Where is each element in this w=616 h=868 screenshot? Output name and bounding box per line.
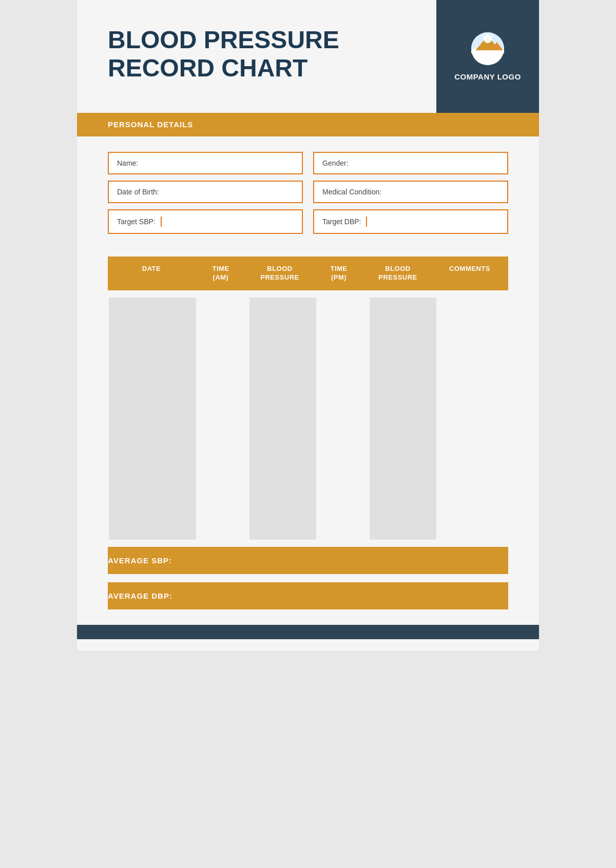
target-dbp-value[interactable] [366, 216, 499, 227]
col-comments [437, 298, 508, 540]
personal-details-section: Name: Gender: Date of Birth: Medical Con… [77, 136, 539, 244]
th-date: DATE [108, 257, 195, 290]
svg-line-6 [483, 35, 484, 36]
header-left: BLOOD PRESSURE RECORD CHART [77, 0, 436, 113]
target-row: Target SBP: Target DBP: [108, 209, 508, 234]
title-line1: BLOOD PRESSURE [108, 26, 339, 53]
col-time-am [197, 298, 248, 540]
form-row-2: Date of Birth: Medical Condition: [108, 181, 508, 203]
col-time-pm [317, 298, 369, 540]
name-field[interactable]: Name: [108, 152, 303, 174]
svg-point-4 [484, 35, 492, 43]
target-dbp-label: Target DBP: [322, 218, 361, 226]
col-bp-pm [370, 298, 436, 540]
svg-rect-3 [471, 50, 504, 53]
form-row-1: Name: Gender: [108, 152, 508, 174]
personal-details-banner: PERSONAL DETAILS [77, 113, 539, 136]
dob-field[interactable]: Date of Birth: [108, 181, 303, 203]
table-container: DATE TIME(AM) BLOODPRESSURE TIME(PM) BLO… [77, 257, 539, 547]
company-logo-label: COMPANY LOGO [454, 72, 521, 82]
target-sbp-value[interactable] [161, 216, 294, 227]
medical-condition-field[interactable]: Medical Condition: [313, 181, 508, 203]
target-sbp-field[interactable]: Target SBP: [108, 209, 303, 234]
gender-label: Gender: [322, 159, 349, 167]
logo-container: COMPANY LOGO [454, 31, 521, 82]
average-sbp-label: AVERAGE SBP: [108, 556, 172, 565]
company-logo-icon [465, 31, 511, 67]
th-time-am: TIME(AM) [195, 257, 246, 290]
table-header: DATE TIME(AM) BLOODPRESSURE TIME(PM) BLO… [108, 257, 508, 290]
th-bp-am: BLOODPRESSURE [246, 257, 313, 290]
th-comments: COMMENTS [431, 257, 508, 290]
average-sbp-bar: AVERAGE SBP: [108, 547, 508, 574]
average-dbp-bar: AVERAGE DBP: [108, 582, 508, 609]
table-body [108, 290, 508, 547]
page-title: BLOOD PRESSURE RECORD CHART [108, 26, 411, 82]
medical-condition-label: Medical Condition: [322, 188, 381, 196]
average-container: AVERAGE SBP: AVERAGE DBP: [77, 547, 539, 609]
target-dbp-field[interactable]: Target DBP: [313, 209, 508, 234]
avg-spacer [108, 578, 508, 582]
gender-field[interactable]: Gender: [313, 152, 508, 174]
svg-line-7 [492, 35, 493, 36]
col-date [109, 298, 196, 540]
header-section: BLOOD PRESSURE RECORD CHART [77, 0, 539, 113]
title-line2: RECORD CHART [108, 54, 307, 82]
personal-details-label: PERSONAL DETAILS [108, 120, 193, 129]
name-label: Name: [117, 159, 138, 167]
th-time-pm: TIME(PM) [313, 257, 364, 290]
col-bp-am [249, 298, 316, 540]
th-bp-pm: BLOODPRESSURE [364, 257, 431, 290]
dob-label: Date of Birth: [117, 188, 159, 196]
average-dbp-label: AVERAGE DBP: [108, 591, 172, 600]
target-sbp-label: Target SBP: [117, 218, 156, 226]
page-footer [77, 625, 539, 639]
header-right: COMPANY LOGO [436, 0, 539, 113]
page: BLOOD PRESSURE RECORD CHART [77, 0, 539, 650]
